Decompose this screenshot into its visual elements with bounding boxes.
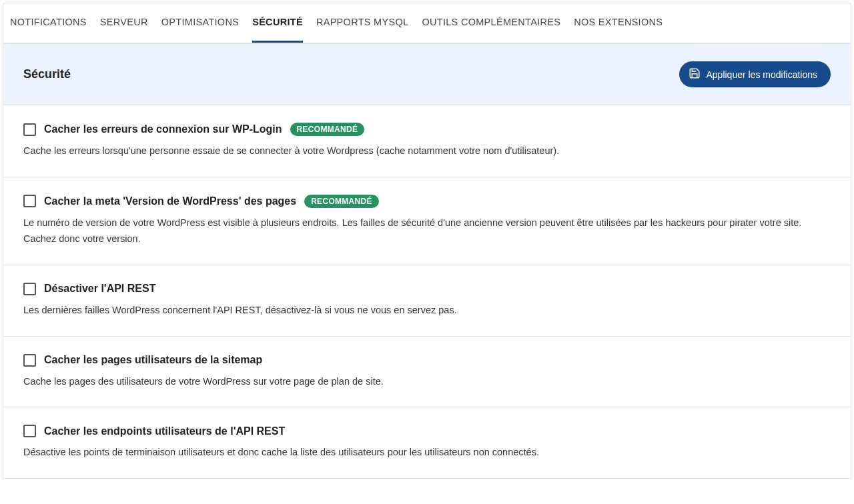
option-checkbox[interactable]	[23, 283, 36, 295]
apply-changes-label: Appliquer les modifications	[706, 69, 817, 80]
recommended-badge: RECOMMANDÉ	[304, 195, 379, 208]
option-card: Cacher les endpoints utilisateurs de l'A…	[3, 407, 851, 479]
option-title: Cacher les endpoints utilisateurs de l'A…	[44, 425, 285, 437]
option-description: Cache les pages des utilisateurs de votr…	[23, 373, 831, 390]
option-title: Désactiver l'API REST	[44, 283, 155, 295]
tab-rapports-mysql[interactable]: RAPPORTS MYSQL	[316, 3, 409, 43]
option-checkbox[interactable]	[23, 123, 36, 136]
tab-notifications[interactable]: NOTIFICATIONS	[10, 3, 87, 43]
option-card: Cacher les pages utilisateurs de la site…	[3, 337, 851, 408]
option-card: Désactiver l'API RESTLes dernières faill…	[3, 265, 851, 337]
recommended-badge: RECOMMANDÉ	[290, 123, 365, 136]
tab-serveur[interactable]: SERVEUR	[100, 3, 148, 43]
option-card: Cacher la meta 'Version de WordPress' de…	[3, 177, 851, 265]
option-header: Cacher les pages utilisateurs de la site…	[23, 354, 831, 367]
option-title: Cacher les erreurs de connexion sur WP-L…	[44, 123, 282, 135]
option-checkbox[interactable]	[23, 425, 36, 437]
option-description: Les dernières failles WordPress concerne…	[23, 302, 831, 319]
tab-nos-extensions[interactable]: NOS EXTENSIONS	[574, 3, 663, 43]
option-description: Cache les erreurs lorsqu'une personne es…	[23, 143, 831, 159]
section-header: Sécurité Appliquer les modifications	[3, 44, 851, 105]
option-header: Désactiver l'API REST	[23, 283, 831, 295]
options-list: Cacher les erreurs de connexion sur WP-L…	[3, 105, 851, 479]
option-title: Cacher la meta 'Version de WordPress' de…	[44, 195, 296, 207]
option-checkbox[interactable]	[23, 195, 36, 207]
tab-sécurité[interactable]: SÉCURITÉ	[252, 3, 303, 43]
page-title: Sécurité	[23, 67, 71, 81]
tab-outils-complémentaires[interactable]: OUTILS COMPLÉMENTAIRES	[422, 3, 560, 43]
tabs-container: NOTIFICATIONSSERVEUROPTIMISATIONSSÉCURIT…	[3, 3, 851, 44]
tab-optimisations[interactable]: OPTIMISATIONS	[161, 3, 239, 43]
tabs-nav: NOTIFICATIONSSERVEUROPTIMISATIONSSÉCURIT…	[3, 3, 851, 43]
option-description: Désactive les points de terminaison util…	[23, 444, 831, 461]
option-description: Le numéro de version de votre WordPress …	[23, 215, 831, 247]
option-header: Cacher les erreurs de connexion sur WP-L…	[23, 123, 831, 136]
option-checkbox[interactable]	[23, 354, 36, 367]
option-title: Cacher les pages utilisateurs de la site…	[44, 354, 262, 366]
option-card: Cacher les erreurs de connexion sur WP-L…	[3, 105, 851, 177]
option-header: Cacher la meta 'Version de WordPress' de…	[23, 195, 831, 208]
option-header: Cacher les endpoints utilisateurs de l'A…	[23, 425, 831, 437]
apply-changes-button[interactable]: Appliquer les modifications	[679, 61, 831, 87]
save-icon	[689, 67, 701, 81]
